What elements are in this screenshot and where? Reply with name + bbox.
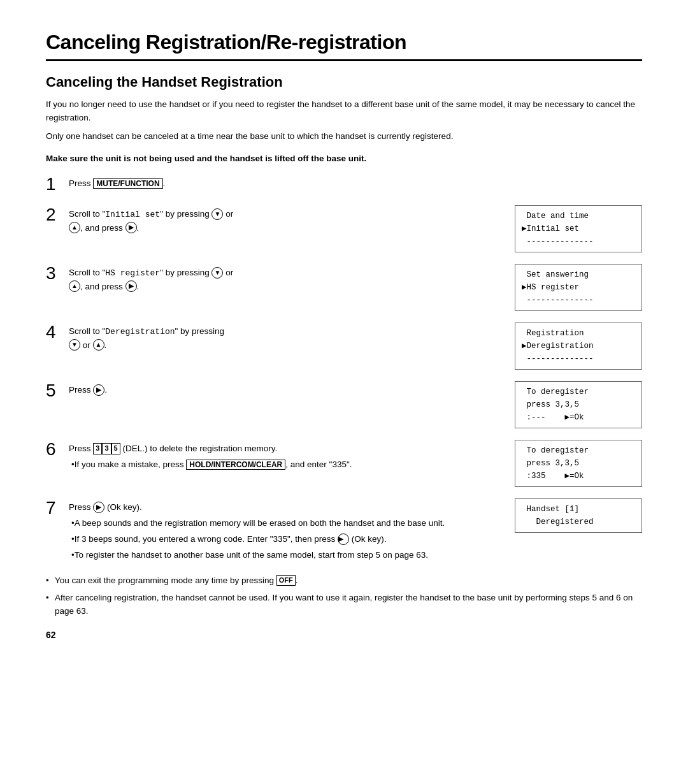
right-arrow-btn-7b: ▶: [338, 534, 349, 545]
key-3b: 3: [102, 443, 111, 454]
step-4-content: Scroll to "Deregistration" by pressing ▼…: [69, 323, 497, 352]
up-arrow-btn-4: ▲: [93, 339, 104, 351]
step-7-subbullet-3: •To register the handset to another base…: [69, 549, 497, 562]
down-arrow-btn-3: ▼: [211, 267, 223, 279]
step-3-screen: Set answering ▶HS register -------------…: [515, 264, 642, 311]
hold-intercom-clear-key: HOLD/INTERCOM/CLEAR: [186, 460, 285, 470]
bold-note: Make sure the unit is not being used and…: [46, 152, 642, 166]
right-arrow-btn-3: ▶: [125, 280, 137, 292]
intro-paragraph-1: If you no longer need to use the handset…: [46, 98, 642, 125]
step-6: 6 Press 335 (DEL.) to delete the registr…: [46, 440, 642, 487]
step-7-screen: Handset [1] Deregistered: [515, 498, 642, 533]
key-3a: 3: [93, 443, 102, 454]
footer-note-2: • After canceling registration, the hand…: [46, 591, 642, 618]
mute-function-key: MUTE/FUNCTION: [93, 178, 162, 189]
down-arrow-btn-4: ▼: [69, 339, 80, 351]
step-7-subbullet-2: •If 3 beeps sound, you entered a wrong c…: [69, 533, 497, 546]
step-1-number: 1: [46, 175, 69, 194]
step-4-screen: Registration ▶Deregistration -----------…: [515, 323, 642, 370]
step-1: 1 Press MUTE/FUNCTION.: [46, 175, 642, 194]
step-6-content: Press 335 (DEL.) to delete the registrat…: [69, 440, 497, 472]
steps-container: 1 Press MUTE/FUNCTION. 2 Scroll to "Init…: [46, 175, 642, 562]
step-7: 7 Press ▶ (Ok key). •A beep sounds and t…: [46, 498, 642, 562]
step-4-number: 4: [46, 323, 69, 342]
step-2-content: Scroll to "Initial set" by pressing ▼ or…: [69, 205, 497, 235]
section-title: Canceling the Handset Registration: [46, 74, 642, 91]
footer-notes: • You can exit the programming mode any …: [46, 574, 642, 618]
step-5: 5 Press ▶. To deregister press 3,3,5 :--…: [46, 381, 642, 428]
step-7-subbullet-1: •A beep sounds and the registration memo…: [69, 517, 497, 530]
step-3: 3 Scroll to "HS register" by pressing ▼ …: [46, 264, 642, 311]
step-3-number: 3: [46, 264, 69, 284]
right-arrow-btn-5: ▶: [93, 384, 104, 396]
right-arrow-btn-7: ▶: [93, 502, 104, 513]
down-arrow-btn: ▼: [211, 208, 223, 220]
step-6-screen: To deregister press 3,3,5 :335 ▶=Ok: [515, 440, 642, 487]
step-7-content: Press ▶ (Ok key). •A beep sounds and the…: [69, 498, 497, 562]
up-arrow-btn-3: ▲: [69, 280, 80, 292]
step-1-content: Press MUTE/FUNCTION.: [69, 175, 165, 191]
off-key: OFF: [276, 575, 296, 586]
page-number: 62: [46, 630, 642, 640]
step-2-number: 2: [46, 205, 69, 225]
step-4: 4 Scroll to "Deregistration" by pressing…: [46, 323, 642, 370]
step-3-content: Scroll to "HS register" by pressing ▼ or…: [69, 264, 497, 293]
step-2: 2 Scroll to "Initial set" by pressing ▼ …: [46, 205, 642, 252]
key-5: 5: [111, 443, 120, 454]
step-6-subbullet: •If you make a mistake, press HOLD/INTER…: [69, 458, 497, 472]
step-5-screen: To deregister press 3,3,5 :--- ▶=Ok: [515, 381, 642, 428]
step-6-number: 6: [46, 440, 69, 460]
footer-note-1: • You can exit the programming mode any …: [46, 574, 642, 588]
right-arrow-btn: ▶: [125, 222, 137, 233]
step-2-screen: Date and time ▶Initial set -------------…: [515, 205, 642, 252]
step-7-number: 7: [46, 498, 69, 518]
page-main-title: Canceling Registration/Re-registration: [46, 31, 642, 61]
intro-paragraph-2: Only one handset can be canceled at a ti…: [46, 130, 642, 143]
up-arrow-btn: ▲: [69, 222, 80, 233]
step-5-content: Press ▶.: [69, 381, 497, 397]
step-5-number: 5: [46, 381, 69, 401]
